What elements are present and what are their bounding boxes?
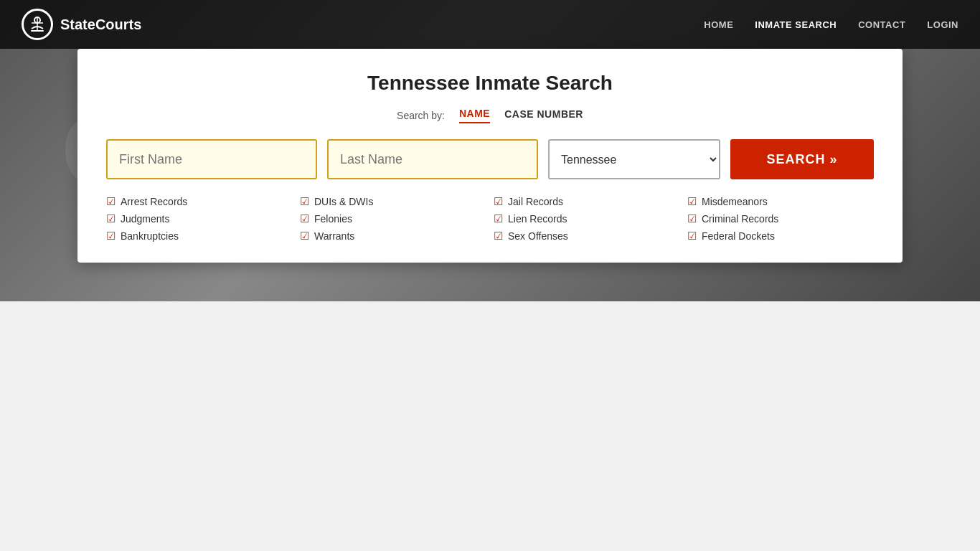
checkbox-warrants: ☑ Warrants	[300, 230, 486, 242]
check-icon-duis: ☑	[300, 195, 309, 208]
nav-links: HOME INMATE SEARCH CONTACT LOGIN	[704, 19, 958, 30]
checkbox-lien-records: ☑ Lien Records	[494, 212, 680, 225]
checkbox-label-arrest: Arrest Records	[121, 196, 187, 207]
state-select[interactable]: Tennessee Alabama Alaska Arizona Califor…	[548, 139, 720, 179]
checkbox-felonies: ☑ Felonies	[300, 212, 486, 225]
checkbox-label-federal: Federal Dockets	[702, 230, 775, 242]
search-by-label: Search by:	[397, 110, 445, 121]
check-icon-felonies: ☑	[300, 212, 309, 225]
checkbox-duis-dwis: ☑ DUIs & DWIs	[300, 195, 486, 208]
check-icon-lien: ☑	[494, 212, 503, 225]
checkbox-sex-offenses: ☑ Sex Offenses	[494, 230, 680, 242]
checkbox-federal-dockets: ☑ Federal Dockets	[687, 230, 874, 242]
check-icon-warrants: ☑	[300, 230, 309, 242]
tab-name[interactable]: NAME	[459, 108, 490, 123]
logo-area[interactable]: StateCourts	[22, 9, 141, 40]
checkbox-misdemeanors: ☑ Misdemeanors	[687, 195, 874, 208]
first-name-input[interactable]	[106, 139, 317, 179]
logo-text: StateCourts	[60, 17, 141, 33]
check-icon-misdemeanors: ☑	[687, 195, 697, 208]
last-name-input[interactable]	[327, 139, 538, 179]
checkbox-criminal-records: ☑ Criminal Records	[687, 212, 874, 225]
svg-rect-3	[31, 30, 44, 32]
nav-contact[interactable]: CONTACT	[858, 19, 905, 30]
check-icon-arrest: ☑	[106, 195, 116, 208]
search-button[interactable]: SEARCH »	[730, 139, 874, 179]
check-icon-jail: ☑	[494, 195, 503, 208]
checkbox-label-misdemeanors: Misdemeanors	[702, 196, 768, 207]
check-icon-federal: ☑	[687, 230, 697, 242]
checkbox-label-jail: Jail Records	[508, 196, 563, 207]
check-icon-bankruptcies: ☑	[106, 230, 116, 242]
checkbox-label-lien: Lien Records	[508, 213, 567, 225]
checkbox-label-duis: DUIs & DWIs	[314, 196, 373, 207]
checkbox-bankruptcies: ☑ Bankruptcies	[106, 230, 293, 242]
nav-home[interactable]: HOME	[704, 19, 733, 30]
check-icon-judgments: ☑	[106, 212, 116, 225]
nav-login[interactable]: LOGIN	[927, 19, 958, 30]
checkbox-label-bankruptcies: Bankruptcies	[121, 230, 179, 242]
check-icon-criminal: ☑	[687, 212, 697, 225]
search-title: Tennessee Inmate Search	[106, 72, 874, 95]
tab-case-number[interactable]: CASE NUMBER	[504, 108, 583, 123]
search-card: Tennessee Inmate Search Search by: NAME …	[77, 49, 903, 263]
checkbox-label-sex-offenses: Sex Offenses	[508, 230, 568, 242]
checkbox-label-warrants: Warrants	[314, 230, 354, 242]
check-icon-sex-offenses: ☑	[494, 230, 503, 242]
checkbox-label-judgments: Judgments	[121, 213, 169, 225]
checkbox-label-criminal: Criminal Records	[702, 213, 778, 225]
checkbox-judgments: ☑ Judgments	[106, 212, 293, 225]
checkboxes-grid: ☑ Arrest Records ☑ DUIs & DWIs ☑ Jail Re…	[106, 195, 874, 242]
site-header: StateCourts HOME INMATE SEARCH CONTACT L…	[0, 0, 980, 49]
logo-icon	[22, 9, 53, 40]
nav-inmate-search[interactable]: INMATE SEARCH	[755, 19, 837, 30]
checkbox-jail-records: ☑ Jail Records	[494, 195, 680, 208]
checkbox-label-felonies: Felonies	[314, 213, 352, 225]
search-by-row: Search by: NAME CASE NUMBER	[106, 108, 874, 123]
search-inputs-row: Tennessee Alabama Alaska Arizona Califor…	[106, 139, 874, 179]
checkbox-arrest-records: ☑ Arrest Records	[106, 195, 293, 208]
